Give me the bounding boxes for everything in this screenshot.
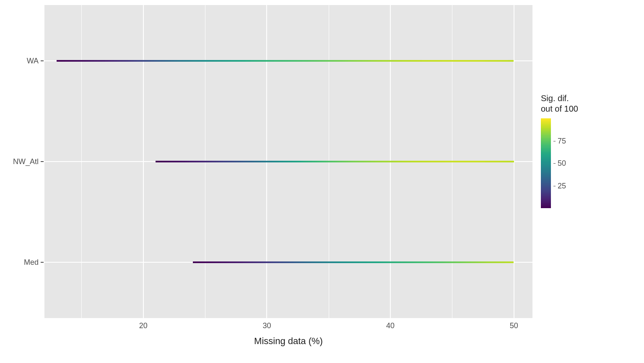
x-tick-label: 40 [386,321,395,330]
y-tick-label: Med [1,258,39,267]
x-tick-label: 20 [139,321,148,330]
legend-tick-mark [553,141,556,141]
x-tick-label: 30 [262,321,271,330]
x-axis-label: Missing data (%) [254,336,323,347]
y-tick-label: WA [1,56,39,65]
y-tick-mark [41,161,44,162]
series-Med [193,261,514,263]
legend-tick-label: 75 [558,136,566,145]
color-legend: Sig. dif.out of 100 255075 [541,93,637,208]
legend-title: Sig. dif.out of 100 [541,93,637,114]
chart-container: Missing data (%) Sig. dif.out of 100 255… [0,0,644,363]
series-WA [57,60,514,62]
x-tick-label: 50 [510,321,518,330]
legend-tick-mark [553,186,556,186]
plot-panel [44,5,532,318]
legend-tick-mark [553,163,556,164]
legend-tick-label: 25 [558,181,566,190]
y-tick-mark [41,262,44,263]
legend-colorbar [541,118,551,208]
y-tick-label: NW_Atl [1,157,39,166]
series-NW_Atl [156,161,514,162]
y-tick-mark [41,60,44,61]
legend-tick-label: 50 [558,159,566,168]
